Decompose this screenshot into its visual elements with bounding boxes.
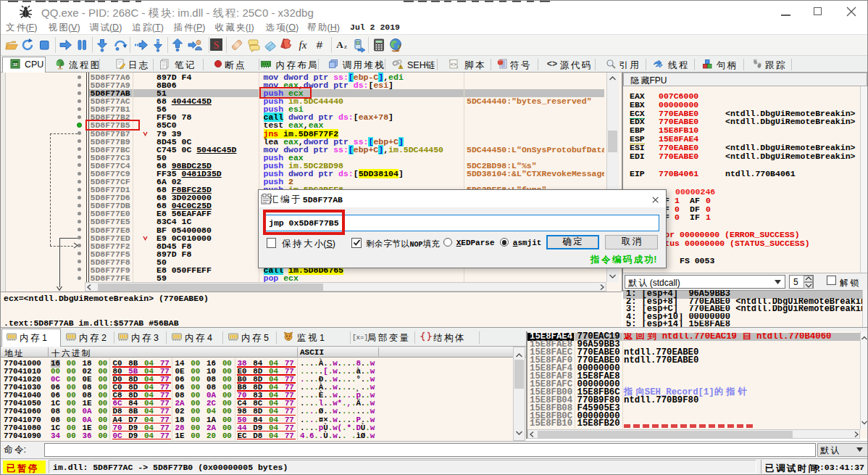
svg-text:fx: fx (299, 39, 307, 51)
svg-text:A: A (336, 39, 343, 50)
svg-text:<>: <> (547, 59, 557, 70)
svg-text:S: S (214, 40, 220, 51)
svg-text:<>: <> (451, 62, 456, 67)
svg-text:[x=]: [x=] (352, 334, 368, 342)
svg-text:32: 32 (13, 62, 18, 67)
svg-text:#: # (317, 38, 323, 51)
svg-text:z: z (344, 43, 347, 50)
